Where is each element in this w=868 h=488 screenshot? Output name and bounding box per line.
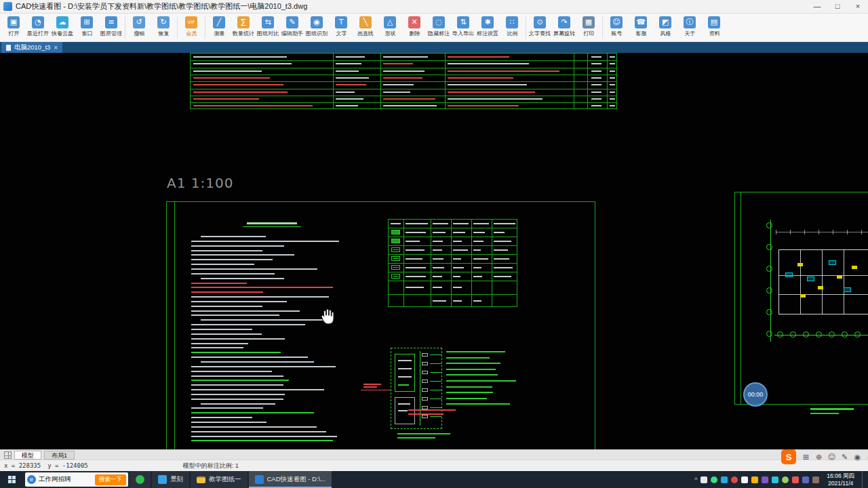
notes-text-line [191, 291, 263, 293]
highlight-block [818, 286, 823, 289]
cad-linework [790, 230, 791, 235]
recording-time: 00:00 [748, 391, 764, 398]
text-button[interactable]: T文字 [329, 16, 353, 38]
vip-member-button[interactable]: VIP会员 [179, 16, 203, 38]
tray-icon-6[interactable] [751, 476, 758, 483]
cad-linework [448, 63, 529, 64]
support-icon: ☎ [635, 16, 647, 28]
undo-button[interactable]: ↺撤销 [127, 16, 151, 38]
clock-date: 2021/11/4 [827, 480, 854, 487]
window-icon: ⊞ [81, 16, 93, 28]
scale-icon: ∷ [506, 16, 518, 28]
import-export-button[interactable]: ⇅导入导出 [451, 16, 475, 38]
tray-expand-icon[interactable]: ^ [694, 476, 697, 483]
recording-timer-overlay[interactable]: 00:00 [743, 382, 768, 407]
tray-icon-9[interactable] [782, 476, 789, 483]
materials-button[interactable]: ▤资料 [702, 16, 726, 38]
circuit-label [446, 363, 500, 364]
measure-button[interactable]: ╱测量 [207, 16, 231, 38]
tray-icon-2[interactable] [711, 476, 717, 483]
style-button[interactable]: ◩风格 [653, 16, 677, 38]
open-button[interactable]: ▣打开 [1, 16, 26, 38]
feedback-emoji-icon[interactable]: ☺ [827, 453, 836, 462]
document-tab[interactable]: 电脑2010_t3 × [1, 42, 62, 53]
window-button[interactable]: ⊞窗口 [75, 16, 99, 38]
taskbar-app-teaching-drawings-folder[interactable]: 教学图纸一 [191, 471, 248, 488]
coordinate-x: x = 228335 [4, 462, 41, 469]
find-text-icon: ⊙ [534, 16, 546, 28]
drawing-recognize-button[interactable]: ◉图纸识别 [304, 16, 329, 38]
tray-icon-1[interactable] [701, 476, 707, 483]
search-button[interactable]: 搜索一下 [95, 474, 126, 485]
delete-button[interactable]: ✕删除 [402, 16, 427, 38]
shape-icon: △ [384, 16, 396, 28]
show-desktop-button[interactable] [862, 471, 865, 488]
count-statistics-button[interactable]: ∑数量统计 [231, 16, 256, 38]
tab-close-icon[interactable]: × [54, 44, 58, 52]
start-button[interactable] [0, 471, 23, 488]
taskbar-app-green-app[interactable] [130, 471, 151, 488]
tray-icon-5[interactable] [741, 476, 748, 483]
notes-text-line [191, 389, 324, 390]
minimize-button[interactable]: — [807, 0, 827, 13]
circuit-label [446, 392, 493, 393]
annotation-settings-button[interactable]: ✱标注设置 [475, 16, 500, 38]
toolbar-separator [205, 17, 205, 39]
edit-assistant-button[interactable]: ✎编辑助手 [280, 16, 304, 38]
cad-linework [822, 249, 823, 314]
screen-rotate-button[interactable]: ↷屏幕旋转 [552, 16, 576, 38]
hide-annotation-button[interactable]: ◌隐藏标注 [427, 16, 451, 38]
kuaikan-logo[interactable]: S [781, 449, 796, 464]
redo-button[interactable]: ↻恢复 [151, 16, 176, 38]
tray-icon-8[interactable] [772, 476, 778, 483]
highlight-block [852, 266, 857, 269]
tray-icon-10[interactable] [792, 476, 799, 483]
zoom-icon[interactable]: ⊕ [814, 453, 823, 462]
toolbar-label: 图层管理 [100, 30, 122, 37]
account-button[interactable]: ☺账号 [604, 16, 629, 38]
taskbar-clock[interactable]: 16:06 周四 2021/11/4 [823, 472, 859, 487]
notes-text-line [191, 338, 285, 340]
taskbar-app-cad-viewer[interactable]: CAD快速看图 - D:\... [249, 471, 332, 488]
tray-icon-7[interactable] [762, 476, 768, 483]
title-block-table [190, 53, 617, 109]
maximize-button[interactable]: □ [827, 0, 848, 13]
toolbar-label: 快看云盘 [52, 30, 73, 37]
notes-text-line [191, 394, 285, 395]
taskbar-search-widget[interactable]: e 工作网招聘 搜索一下 [25, 472, 128, 487]
find-text-button[interactable]: ⊙文字查找 [528, 16, 552, 38]
support-button[interactable]: ☎客服 [629, 16, 653, 38]
layer-manager-button[interactable]: ≡图层管理 [99, 16, 123, 38]
cad-linework [770, 220, 771, 342]
draw-line-button[interactable]: ╲画直线 [353, 16, 378, 38]
print-button[interactable]: ▦打印 [576, 16, 601, 38]
fit-screen-icon[interactable]: ⊞ [802, 453, 810, 462]
notes-text-line [191, 440, 333, 441]
scale-button[interactable]: ∷比例 [500, 16, 524, 38]
tray-icon-3[interactable] [721, 476, 728, 483]
cad-linework [383, 56, 428, 58]
recent-open-button[interactable]: ◔最近打开 [26, 16, 50, 38]
taskbar-app-jingke[interactable]: 景刻 [152, 471, 189, 488]
cad-linework [591, 98, 601, 100]
cad-linework [800, 249, 801, 314]
browser-e-icon: e [27, 475, 36, 484]
tray-icon-4[interactable] [731, 476, 738, 483]
model-tab[interactable]: 模型 [14, 451, 41, 460]
cad-viewer-window: CAD快速看图 - D:\安装学员下发资料新\教学图纸\教学图纸\教学图纸一\电… [0, 0, 868, 488]
sheet-grid-icon[interactable] [4, 451, 12, 459]
tray-icon-12[interactable] [812, 476, 819, 483]
cad-canvas[interactable]: A1 1:100 00:00 [0, 53, 868, 449]
about-button[interactable]: ⓘ关于 [677, 16, 702, 38]
close-button[interactable]: × [848, 0, 868, 13]
shape-button[interactable]: △形状 [378, 16, 402, 38]
window-controls: — □ × [807, 0, 868, 13]
cad-linework [193, 84, 283, 85]
annotate-pen-icon[interactable]: ✎ [840, 453, 849, 462]
toolbar-label: 打开 [8, 30, 19, 37]
record-icon[interactable]: ◉ [853, 453, 862, 462]
layout1-tab[interactable]: 布局1 [44, 451, 75, 460]
cloud-drive-button[interactable]: ☁快看云盘 [50, 16, 75, 38]
drawing-compare-button[interactable]: ⇆图纸对比 [256, 16, 280, 38]
tray-icon-11[interactable] [802, 476, 809, 483]
